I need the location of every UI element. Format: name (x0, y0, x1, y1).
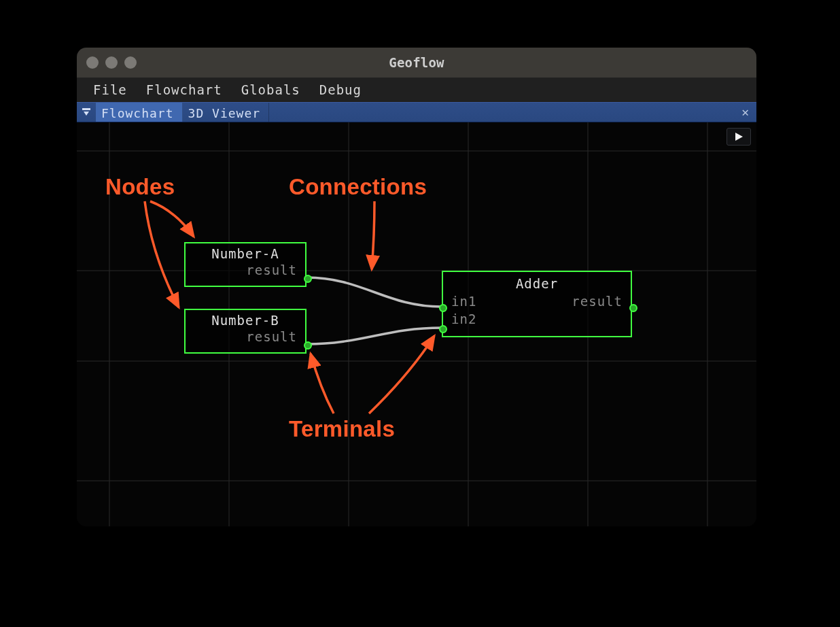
port-in1-label: in1 (451, 294, 476, 309)
collapse-icon[interactable] (77, 103, 96, 122)
annotation-connections: Connections (289, 174, 427, 200)
traffic-lights (86, 56, 137, 69)
play-button[interactable] (727, 128, 751, 146)
play-icon (734, 132, 743, 141)
port-in2-label: in2 (451, 311, 476, 326)
tab-flowchart[interactable]: Flowchart (96, 103, 183, 122)
terminal-in1[interactable] (439, 304, 447, 312)
node-title: Number-B (186, 310, 305, 328)
menubar: File Flowchart Globals Debug (77, 78, 756, 102)
tab-3d-viewer[interactable]: 3D Viewer (183, 103, 270, 122)
port-out-label: result (186, 328, 305, 348)
app-window: Geoflow File Flowchart Globals Debug Flo… (77, 48, 756, 526)
node-title: Adder (443, 272, 631, 292)
annotation-terminals: Terminals (289, 416, 395, 442)
menu-globals[interactable]: Globals (241, 82, 300, 97)
traffic-light-minimize[interactable] (105, 56, 118, 69)
window-title: Geoflow (77, 55, 756, 70)
terminal-out[interactable] (304, 275, 312, 283)
flowchart-canvas[interactable]: Number-A result Number-B result Adder in… (77, 122, 756, 526)
menu-flowchart[interactable]: Flowchart (146, 82, 222, 97)
terminal-in2[interactable] (439, 325, 447, 333)
terminal-out[interactable] (304, 341, 312, 350)
node-number-a[interactable]: Number-A result (184, 242, 307, 287)
annotation-nodes: Nodes (105, 174, 175, 200)
node-number-b[interactable]: Number-B result (184, 309, 307, 354)
svg-rect-0 (82, 108, 90, 110)
menu-debug[interactable]: Debug (319, 82, 362, 97)
titlebar: Geoflow (77, 48, 756, 78)
node-adder[interactable]: Adder in1 result in2 (442, 271, 632, 337)
port-out-label: result (572, 294, 623, 309)
node-title: Number-A (186, 243, 305, 261)
svg-marker-12 (735, 133, 743, 141)
tabbar: Flowchart 3D Viewer ✕ (77, 102, 756, 122)
menu-file[interactable]: File (93, 82, 127, 97)
tab-label: 3D Viewer (188, 106, 261, 120)
traffic-light-close[interactable] (86, 56, 99, 69)
port-out-label: result (186, 261, 305, 282)
terminal-out[interactable] (629, 304, 637, 312)
close-icon[interactable]: ✕ (741, 106, 750, 118)
svg-marker-1 (84, 112, 89, 116)
traffic-light-zoom[interactable] (124, 56, 137, 69)
tab-label: Flowchart (101, 106, 174, 120)
